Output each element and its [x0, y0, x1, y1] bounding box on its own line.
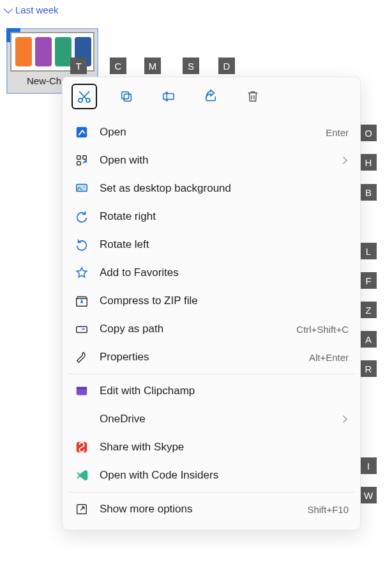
hotkey-t: T: [70, 57, 87, 74]
menu-shortcut: Ctrl+Shift+C: [296, 324, 349, 335]
chevron-down-icon: [4, 4, 13, 13]
separator: [68, 492, 355, 493]
hotkey-h: H: [360, 154, 377, 171]
svg-rect-8: [77, 162, 81, 165]
menu-label: Set as desktop background: [100, 182, 349, 195]
menu-onedrive[interactable]: OneDrive: [63, 405, 360, 433]
menu-properties[interactable]: Properties Alt+Enter: [63, 343, 360, 371]
menu-open[interactable]: Open Enter: [63, 118, 360, 146]
copy-icon: [119, 89, 133, 103]
hotkey-i: I: [360, 457, 377, 474]
svg-rect-13: [77, 387, 87, 390]
svg-point-10: [83, 186, 85, 188]
svg-rect-9: [77, 185, 87, 192]
star-icon: [74, 265, 89, 280]
expand-icon: [74, 502, 89, 517]
delete-button[interactable]: [240, 84, 266, 109]
menu-set-desktop[interactable]: Set as desktop background: [63, 174, 360, 203]
clipchamp-icon: [74, 383, 89, 399]
menu-zip[interactable]: Compress to ZIP file: [63, 287, 360, 315]
menu-label: Open with Code Insiders: [100, 469, 349, 482]
menu-list: Open Enter Open with Set as desktop back…: [63, 117, 360, 525]
scissors-icon: [77, 89, 92, 104]
onedrive-icon: [74, 411, 89, 427]
trash-icon: [246, 89, 260, 103]
vscode-icon: [74, 468, 89, 483]
copy-path-icon: [74, 321, 89, 337]
menu-shortcut: Shift+F10: [307, 504, 349, 515]
svg-rect-2: [124, 94, 131, 101]
menu-label: Show more options: [100, 503, 297, 516]
share-button[interactable]: [198, 84, 223, 109]
menu-skype[interactable]: Share with Skype: [63, 433, 360, 461]
cut-button[interactable]: [72, 84, 97, 109]
menu-shortcut: Enter: [326, 127, 349, 138]
hotkey-m: M: [144, 57, 161, 74]
svg-rect-4: [163, 93, 174, 99]
context-menu: Open Enter Open with Set as desktop back…: [62, 77, 361, 530]
hotkey-f: F: [360, 272, 377, 289]
menu-shortcut: Alt+Enter: [309, 352, 349, 363]
menu-label: Open with: [100, 154, 331, 167]
rename-icon: [161, 89, 176, 103]
rename-button[interactable]: [156, 84, 181, 109]
separator: [68, 374, 355, 374]
wrench-icon: [74, 349, 89, 365]
menu-copy-path[interactable]: Copy as path Ctrl+Shift+C: [63, 315, 360, 343]
menu-rotate-right[interactable]: Rotate right: [63, 203, 360, 231]
hotkey-a: A: [360, 331, 377, 348]
chevron-right-icon: [340, 157, 347, 164]
hotkey-z: Z: [360, 302, 377, 318]
open-with-icon: [74, 153, 89, 168]
copy-button[interactable]: [114, 84, 139, 109]
menu-more[interactable]: Show more options Shift+F10: [63, 495, 360, 523]
zip-icon: [74, 293, 89, 309]
menu-rotate-left[interactable]: Rotate left: [63, 231, 360, 259]
svg-point-0: [79, 98, 82, 102]
desktop-icon: [74, 181, 89, 196]
menu-label: Compress to ZIP file: [100, 295, 349, 307]
menu-open-with[interactable]: Open with: [63, 146, 360, 174]
menu-label: Edit with Clipchamp: [100, 385, 349, 397]
hotkey-d: D: [218, 57, 235, 74]
group-header[interactable]: Last week: [0, 0, 392, 18]
menu-label: OneDrive: [100, 413, 331, 425]
menu-clipchamp[interactable]: Edit with Clipchamp: [63, 377, 360, 405]
svg-point-1: [86, 98, 90, 102]
hotkey-r: R: [360, 360, 377, 377]
rotate-left-icon: [74, 237, 89, 252]
hotkey-w: W: [360, 487, 377, 503]
menu-label: Copy as path: [100, 323, 286, 335]
menu-favorites[interactable]: Add to Favorites: [63, 259, 360, 287]
menu-code[interactable]: Open with Code Insiders: [63, 461, 360, 489]
menu-label: Rotate left: [100, 238, 349, 251]
menu-label: Open: [100, 126, 315, 139]
hotkey-b: B: [360, 184, 377, 201]
hotkey-l: L: [360, 243, 377, 259]
menu-label: Properties: [100, 351, 299, 364]
menu-label: Share with Skype: [100, 441, 349, 454]
menu-label: Rotate right: [100, 210, 349, 223]
svg-rect-3: [122, 92, 129, 99]
menu-label: Add to Favorites: [100, 266, 349, 279]
skype-icon: [74, 440, 89, 455]
hotkey-c: C: [110, 57, 126, 74]
quick-actions-row: [63, 77, 360, 117]
chevron-right-icon: [340, 415, 347, 422]
open-icon: [74, 125, 89, 140]
rotate-right-icon: [74, 209, 89, 224]
svg-rect-7: [83, 156, 87, 160]
svg-rect-11: [77, 326, 87, 332]
hotkey-o: O: [360, 125, 377, 141]
group-label: Last week: [15, 4, 59, 15]
hotkey-s: S: [183, 57, 199, 74]
svg-rect-6: [77, 156, 81, 160]
share-icon: [204, 89, 218, 103]
